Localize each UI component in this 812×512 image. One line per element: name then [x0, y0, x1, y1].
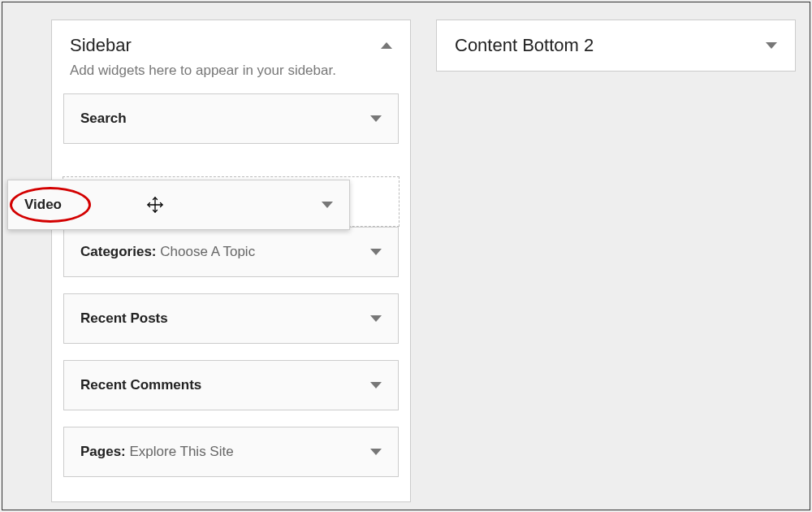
widget-area-sidebar[interactable]: Sidebar Add widgets here to appear in yo… — [51, 20, 411, 502]
widget-label: Recent Posts — [80, 310, 168, 327]
chevron-down-icon[interactable] — [370, 315, 382, 322]
widget-area-header[interactable]: Sidebar — [52, 20, 410, 63]
widget-area-content-bottom-2[interactable]: Content Bottom 2 — [436, 20, 796, 72]
widget-area-title: Sidebar — [70, 35, 132, 56]
chevron-down-icon[interactable] — [370, 249, 382, 255]
widget-label: Pages: Explore This Site — [80, 444, 234, 460]
widget-label: Recent Comments — [80, 377, 201, 393]
chevron-down-icon[interactable] — [370, 115, 382, 122]
move-cursor-icon — [145, 195, 165, 215]
annotation-highlight-ellipse — [10, 187, 91, 223]
widget-item-pages[interactable]: Pages: Explore This Site — [63, 427, 399, 477]
widget-area-title: Content Bottom 2 — [455, 35, 594, 56]
widget-area-header[interactable]: Content Bottom 2 — [437, 20, 795, 71]
widget-area-description: Add widgets here to appear in your sideb… — [52, 63, 410, 93]
page-frame: Sidebar Add widgets here to appear in yo… — [2, 2, 810, 510]
widget-label: Categories: Choose A Topic — [80, 244, 255, 260]
chevron-down-icon[interactable] — [370, 449, 382, 455]
chevron-down-icon[interactable] — [766, 42, 777, 49]
widget-item-search[interactable]: Search — [63, 93, 399, 144]
chevron-down-icon[interactable] — [370, 382, 382, 388]
widget-item-recent-posts[interactable]: Recent Posts — [63, 293, 399, 344]
chevron-down-icon[interactable] — [322, 202, 333, 208]
chevron-up-icon[interactable] — [381, 42, 392, 49]
widgets-stack: Search Categories: Choose A Topic Recent… — [52, 93, 410, 488]
widget-item-recent-comments[interactable]: Recent Comments — [63, 360, 399, 410]
widget-item-categories[interactable]: Categories: Choose A Topic — [63, 227, 399, 277]
widget-label: Search — [80, 111, 127, 127]
